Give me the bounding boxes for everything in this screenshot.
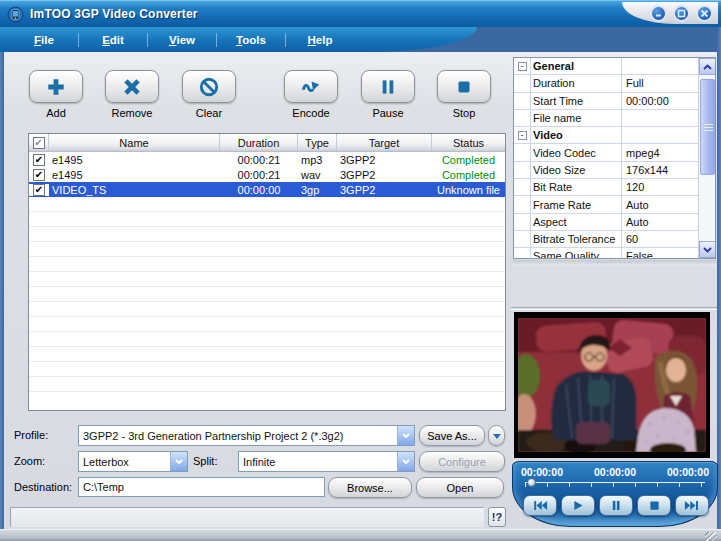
property-row[interactable]: Video Codec mpeg4 — [514, 144, 698, 161]
row-checkbox[interactable]: ✔ — [33, 169, 45, 181]
property-row[interactable]: Aspect Auto — [514, 214, 698, 231]
cell-status: Completed — [432, 154, 505, 166]
remove-button[interactable] — [105, 70, 159, 103]
scroll-down-button[interactable] — [699, 241, 716, 258]
no-entry-icon — [198, 76, 220, 98]
x-icon — [121, 76, 143, 98]
configure-button[interactable]: Configure — [419, 451, 505, 472]
clear-button[interactable] — [182, 70, 236, 103]
column-header-name[interactable]: Name — [49, 134, 220, 151]
stop-icon — [453, 76, 475, 98]
zoom-dropdown-button[interactable] — [170, 452, 187, 471]
encode-button[interactable] — [284, 70, 338, 103]
property-value: 00:00:00 — [622, 95, 698, 107]
property-group-video[interactable]: - Video — [514, 127, 698, 144]
table-row-selected[interactable]: ✔ VIDEO_TS 00:00:00 3gp 3GPP2 Unknown fi… — [29, 182, 505, 197]
profile-select[interactable]: 3GPP2 - 3rd Generation Partnership Proje… — [78, 425, 415, 446]
preview-stop-button[interactable] — [637, 495, 671, 516]
next-icon — [684, 500, 700, 511]
column-header-status[interactable]: Status — [432, 134, 505, 151]
zoom-select[interactable]: Letterbox — [78, 451, 188, 472]
split-select[interactable]: Infinite — [238, 451, 415, 472]
menu-tools[interactable]: Tools — [217, 34, 285, 46]
table-row[interactable]: ✔ e1495 00:00:21 wav 3GPP2 Completed — [29, 167, 505, 182]
property-value: 176x144 — [622, 164, 698, 176]
property-row[interactable]: Bit Rate 120 — [514, 179, 698, 196]
preview-pause-button[interactable] — [599, 495, 633, 516]
browse-button[interactable]: Browse... — [328, 477, 412, 498]
column-header-duration[interactable]: Duration — [220, 134, 298, 151]
cell-type: 3gp — [298, 184, 337, 196]
cell-duration: 00:00:00 — [220, 184, 298, 196]
save-as-menu-button[interactable] — [488, 425, 505, 446]
property-row[interactable]: Duration Full — [514, 75, 698, 92]
row-checkbox[interactable]: ✔ — [33, 184, 45, 196]
destination-value: C:\Temp — [83, 481, 124, 493]
collapse-icon[interactable]: - — [518, 131, 527, 140]
add-button[interactable] — [29, 70, 83, 103]
property-row[interactable]: Video Size 176x144 — [514, 162, 698, 179]
menu-help[interactable]: Help — [286, 34, 354, 46]
open-button[interactable]: Open — [416, 477, 504, 498]
property-value: False — [622, 250, 698, 259]
column-header-target[interactable]: Target — [337, 134, 432, 151]
thumb-grip — [704, 124, 713, 132]
video-preview-image — [518, 318, 706, 452]
table-row[interactable]: ✔ e1495 00:00:21 mp3 3GPP2 Completed — [29, 152, 505, 167]
minimize-icon — [654, 9, 663, 18]
split-dropdown-button[interactable] — [397, 452, 414, 471]
select-all-checkbox[interactable]: ✔ — [29, 134, 49, 151]
cell-duration: 00:00:21 — [220, 169, 298, 181]
previous-button[interactable] — [523, 495, 557, 516]
property-value: Auto — [622, 216, 698, 228]
destination-label: Destination: — [14, 481, 72, 493]
close-button[interactable] — [696, 5, 713, 22]
minimize-button[interactable] — [650, 5, 667, 22]
context-help-button[interactable]: !? — [488, 507, 506, 527]
properties-scrollbar[interactable] — [698, 58, 715, 258]
next-button[interactable] — [675, 495, 709, 516]
chevron-down-icon — [493, 433, 501, 439]
property-name: Duration — [531, 75, 622, 91]
cell-type: mp3 — [298, 154, 337, 166]
menu-file[interactable]: File — [10, 34, 78, 46]
property-row[interactable]: Start Time 00:00:00 — [514, 93, 698, 110]
content-area: Add Remove Clear Encode Pause Stop ✔ — [4, 52, 717, 529]
video-preview — [514, 312, 710, 458]
property-row[interactable]: Bitrate Tolerance 60 — [514, 231, 698, 248]
save-as-button[interactable]: Save As... — [419, 425, 485, 446]
properties-panel: - General Duration Full Start Time 00:00… — [513, 57, 716, 259]
property-row[interactable]: File name — [514, 110, 698, 127]
scrollbar-thumb[interactable] — [700, 79, 715, 175]
play-button[interactable] — [561, 495, 595, 516]
destination-input[interactable]: C:\Temp — [78, 477, 325, 497]
cell-target: 3GPP2 — [337, 154, 432, 166]
property-group-general[interactable]: - General — [514, 58, 698, 75]
title-bar: ImTOO 3GP Video Converter — [0, 0, 721, 27]
scroll-up-button[interactable] — [699, 58, 716, 75]
pause-button[interactable] — [361, 70, 415, 103]
row-checkbox[interactable]: ✔ — [33, 154, 45, 166]
property-name: Video Codec — [531, 144, 622, 160]
pause-label: Pause — [361, 107, 415, 119]
property-name: Aspect — [531, 214, 622, 230]
collapse-icon[interactable]: - — [518, 62, 527, 71]
seek-slider[interactable] — [525, 482, 705, 492]
panel-splitter[interactable]: ········ — [513, 260, 716, 266]
menu-view[interactable]: View — [148, 34, 216, 46]
encode-label: Encode — [284, 107, 338, 119]
slider-thumb[interactable] — [527, 478, 536, 487]
previous-icon — [532, 500, 548, 511]
app-window: ImTOO 3GP Video Converter File Edit View… — [0, 0, 721, 541]
menu-edit[interactable]: Edit — [79, 34, 147, 46]
maximize-button[interactable] — [673, 5, 690, 22]
property-row[interactable]: Frame Rate Auto — [514, 196, 698, 213]
profile-dropdown-button[interactable] — [397, 426, 414, 445]
stop-button[interactable] — [437, 70, 491, 103]
property-value: Full — [622, 77, 698, 89]
column-header-type[interactable]: Type — [298, 134, 337, 151]
file-list: ✔ Name Duration Type Target Status ✔ e14… — [28, 133, 506, 411]
group-name: Video — [531, 127, 622, 143]
playback-panel: 00:00:00 00:00:00 00:00:00 — [512, 461, 718, 527]
resize-grip-icon[interactable] — [705, 532, 717, 541]
